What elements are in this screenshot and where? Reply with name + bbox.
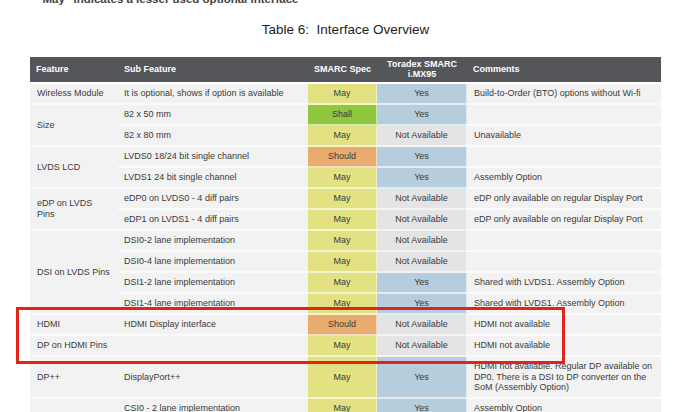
column-header-comments: Comments — [467, 57, 661, 84]
toradex-availability-cell: Yes — [377, 357, 467, 399]
table-row: eDP on LVDS PinseDP0 on LVDS0 - 4 diff p… — [30, 189, 661, 210]
comments-cell — [467, 231, 661, 252]
smarc-spec-cell: May — [308, 252, 377, 273]
toradex-availability-cell: Yes — [377, 84, 467, 105]
toradex-availability-cell: Yes — [377, 399, 467, 412]
table-row: 82 x 80 mmMayNot AvailableUnavailable — [30, 126, 661, 147]
smarc-spec-cell: Should — [308, 315, 377, 336]
comments-cell: Shared with LVDS1. Assembly Option — [467, 273, 661, 294]
feature-cell: Size — [30, 105, 118, 147]
table-row: DSI1-2 lane implementationMayYesShared w… — [30, 273, 661, 294]
comments-cell: eDP only available on regular Display Po… — [467, 210, 661, 231]
sub-feature-cell: 82 x 50 mm — [118, 105, 308, 126]
table-row: eDP1 on LVDS1 - 4 diff pairsMayNot Avail… — [30, 210, 661, 231]
smarc-spec-cell: May — [308, 231, 377, 252]
smarc-spec-cell: May — [308, 357, 377, 399]
column-header-feature: Feature — [30, 57, 118, 84]
table-row: CSI0 - 2 lane implementationMayYesAssemb… — [30, 399, 661, 412]
sub-feature-cell: eDP0 on LVDS0 - 4 diff pairs — [118, 189, 308, 210]
feature-cell: DP++ — [30, 357, 118, 399]
comments-cell: Assembly Option — [467, 399, 661, 412]
smarc-spec-cell: May — [308, 336, 377, 357]
table-row: DP on HDMI PinsMayNot AvailableHDMI not … — [30, 336, 661, 357]
smarc-spec-cell: May — [308, 168, 377, 189]
table-row: DSI1-4 lane implementationMayYesShared w… — [30, 294, 661, 315]
smarc-spec-cell: May — [308, 294, 377, 315]
table-row: LVDS LCDLVDS0 18/24 bit single channelSh… — [30, 147, 661, 168]
toradex-availability-cell: Not Available — [377, 189, 467, 210]
note-may-definition: "May" indicates a lesser used optional i… — [37, 0, 298, 5]
table-row: Wireless ModuleIt is optional, shows if … — [30, 84, 661, 105]
feature-cell — [30, 399, 118, 412]
comments-cell: Assembly Option — [467, 168, 661, 189]
document-page: { "page": { "top_note": "\"May\" indicat… — [0, 0, 690, 412]
sub-feature-cell: DisplayPort++ — [118, 357, 308, 399]
table-row: HDMIHDMI Display interfaceShouldNot Avai… — [30, 315, 661, 336]
sub-feature-cell: It is optional, shows if option is avail… — [118, 84, 308, 105]
interface-overview-table: Feature Sub Feature SMARC Spec Toradex S… — [30, 57, 661, 412]
smarc-spec-cell: May — [308, 189, 377, 210]
table-caption: Table 6: Interface Overview — [30, 22, 661, 37]
comments-cell: HDMI not available — [467, 315, 661, 336]
feature-cell: DP on HDMI Pins — [30, 336, 118, 357]
sub-feature-cell: CSI0 - 2 lane implementation — [118, 399, 308, 412]
sub-feature-cell: 82 x 80 mm — [118, 126, 308, 147]
feature-cell: DSI on LVDS Pins — [30, 231, 118, 315]
toradex-availability-cell: Yes — [377, 168, 467, 189]
table-row: DP++DisplayPort++MayYesHDMI not availabl… — [30, 357, 661, 399]
toradex-availability-cell: Yes — [377, 105, 467, 126]
smarc-spec-cell: Shall — [308, 105, 377, 126]
feature-cell: eDP on LVDS Pins — [30, 189, 118, 231]
toradex-availability-cell: Yes — [377, 147, 467, 168]
column-header-sub-feature: Sub Feature — [118, 57, 308, 84]
table-row: DSI on LVDS PinsDSI0-2 lane implementati… — [30, 231, 661, 252]
toradex-availability-cell: Yes — [377, 294, 467, 315]
table-row: LVDS1 24 bit single channelMayYesAssembl… — [30, 168, 661, 189]
toradex-availability-cell: Not Available — [377, 252, 467, 273]
comments-cell: eDP only available on regular Display Po… — [467, 189, 661, 210]
smarc-spec-cell: May — [308, 210, 377, 231]
comments-cell — [467, 252, 661, 273]
comments-cell: Shared with LVDS1. Assembly Option — [467, 294, 661, 315]
feature-cell: HDMI — [30, 315, 118, 336]
column-header-smarc-spec: SMARC Spec — [308, 57, 377, 84]
toradex-availability-cell: Yes — [377, 273, 467, 294]
table-row: Size82 x 50 mmShallYes — [30, 105, 661, 126]
sub-feature-cell: LVDS0 18/24 bit single channel — [118, 147, 308, 168]
comments-cell: Unavailable — [467, 126, 661, 147]
comments-cell: HDMI not available — [467, 336, 661, 357]
feature-cell: Wireless Module — [30, 84, 118, 105]
smarc-spec-cell: May — [308, 84, 377, 105]
sub-feature-cell: eDP1 on LVDS1 - 4 diff pairs — [118, 210, 308, 231]
smarc-spec-cell: May — [308, 126, 377, 147]
comments-cell: Build-to-Order (BTO) options without Wi-… — [467, 84, 661, 105]
comments-cell — [467, 105, 661, 126]
smarc-spec-cell: May — [308, 399, 377, 412]
sub-feature-cell: DSI0-4 lane implementation — [118, 252, 308, 273]
toradex-availability-cell: Not Available — [377, 231, 467, 252]
sub-feature-cell: HDMI Display interface — [118, 315, 308, 336]
column-header-toradex-smarc-imx95: Toradex SMARC i.MX95 — [377, 57, 467, 84]
feature-cell: LVDS LCD — [30, 147, 118, 189]
toradex-availability-cell: Not Available — [377, 336, 467, 357]
table-row: DSI0-4 lane implementationMayNot Availab… — [30, 252, 661, 273]
comments-cell: HDMI not available. Regular DP available… — [467, 357, 661, 399]
sub-feature-cell — [118, 336, 308, 357]
sub-feature-cell: DSI0-2 lane implementation — [118, 231, 308, 252]
sub-feature-cell: DSI1-4 lane implementation — [118, 294, 308, 315]
toradex-availability-cell: Not Available — [377, 126, 467, 147]
table-header-row: Feature Sub Feature SMARC Spec Toradex S… — [30, 57, 661, 84]
comments-cell — [467, 147, 661, 168]
toradex-availability-cell: Not Available — [377, 315, 467, 336]
smarc-spec-cell: May — [308, 273, 377, 294]
sub-feature-cell: DSI1-2 lane implementation — [118, 273, 308, 294]
smarc-spec-cell: Should — [308, 147, 377, 168]
toradex-availability-cell: Not Available — [377, 210, 467, 231]
sub-feature-cell: LVDS1 24 bit single channel — [118, 168, 308, 189]
